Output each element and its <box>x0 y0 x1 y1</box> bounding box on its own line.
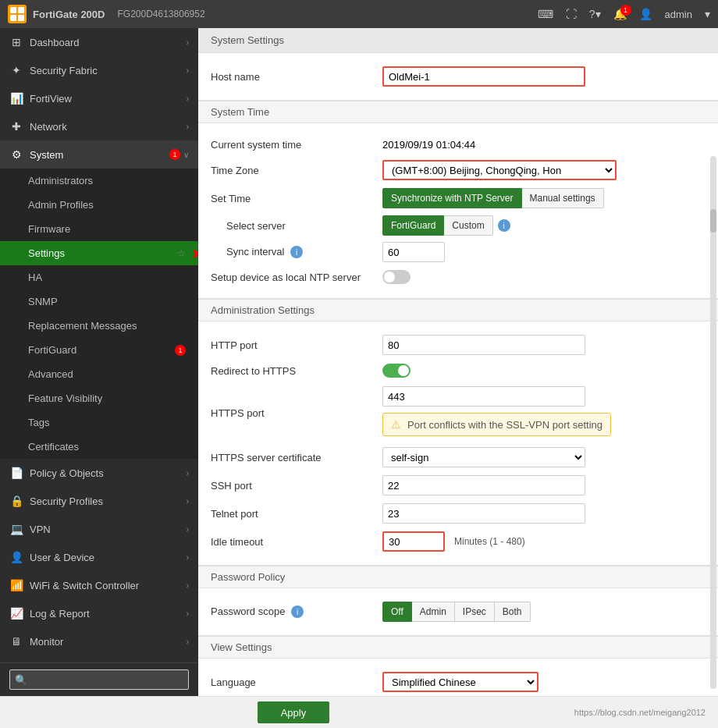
sidebar-item-advanced[interactable]: Advanced <box>0 362 198 386</box>
redirect-toggle-container <box>382 364 706 378</box>
password-policy-section: Password scope i Off Admin IPsec Both <box>198 588 718 636</box>
sidebar-item-firmware[interactable]: Firmware <box>0 217 198 241</box>
footer-link[interactable]: https://blog.csdn.net/meigang2012 <box>574 708 706 717</box>
timezone-select[interactable]: (GMT+8:00) Beijing, ChongQing, Hon <box>382 160 617 180</box>
bell-icon[interactable]: 🔔 1 <box>613 8 627 20</box>
sidebar-item-wifi-switch[interactable]: 📶 WiFi & Switch Controller › <box>0 571 198 599</box>
sidebar-item-label: Log & Report <box>30 608 187 620</box>
server-info-icon[interactable]: i <box>498 219 510 232</box>
fortiguard-button[interactable]: FortiGuard <box>382 215 444 236</box>
sidebar-item-dashboard[interactable]: ⊞ Dashboard › <box>0 28 198 56</box>
admin-chevron[interactable]: ▾ <box>705 8 710 20</box>
scope-ipsec-button[interactable]: IPsec <box>455 602 495 622</box>
ssh-port-input[interactable] <box>382 475 585 495</box>
telnet-port-label: Telnet port <box>211 508 382 520</box>
sidebar-item-system[interactable]: ⚙ System 1 ∨ <box>0 140 198 169</box>
sidebar-item-certificates[interactable]: Certificates <box>0 435 198 459</box>
logo-icon <box>8 5 27 23</box>
content-area: System Settings Host name System Time Cu… <box>198 28 718 696</box>
scope-admin-button[interactable]: Admin <box>412 602 455 622</box>
sidebar-item-label: Admin Profiles <box>28 199 189 211</box>
sidebar-item-policy-objects[interactable]: 📄 Policy & Objects › <box>0 459 198 487</box>
telnet-port-value <box>382 503 706 524</box>
sidebar-item-security-profiles[interactable]: 🔒 Security Profiles › <box>0 487 198 515</box>
sidebar-item-label: Replacement Messages <box>28 320 189 332</box>
terminal-icon[interactable]: ⌨ <box>538 8 553 20</box>
sidebar-item-administrators[interactable]: Administrators <box>0 169 198 193</box>
telnet-port-row: Telnet port <box>211 499 706 527</box>
sidebar-item-log-report[interactable]: 📈 Log & Report › <box>0 599 198 627</box>
sidebar-item-monitor[interactable]: 🖥 Monitor › <box>0 627 198 655</box>
custom-button[interactable]: Custom <box>444 215 492 236</box>
sidebar-item-fortiview[interactable]: 📊 FortiView › <box>0 84 198 112</box>
scrollbar[interactable] <box>710 156 716 689</box>
sidebar-item-label: HA <box>28 272 189 283</box>
sidebar-item-fortiguard[interactable]: FortiGuard 1 <box>0 338 198 362</box>
main-layout: ⊞ Dashboard › ✦ Security Fabric › 📊 Fort… <box>0 28 718 696</box>
hostname-input[interactable] <box>382 66 585 87</box>
current-time-value: 2019/09/19 01:04:44 <box>382 139 706 151</box>
sidebar-item-tags[interactable]: Tags <box>0 410 198 435</box>
chevron-right-icon: › <box>187 66 189 75</box>
current-time-label: Current system time <box>211 139 382 151</box>
apply-button[interactable]: Apply <box>258 701 330 723</box>
scope-off-button[interactable]: Off <box>382 602 412 622</box>
set-time-label: Set Time <box>211 193 382 204</box>
sidebar-item-ha[interactable]: HA <box>0 265 198 289</box>
sidebar-item-label: Settings <box>28 247 177 259</box>
http-port-input[interactable] <box>382 335 585 355</box>
section-title: System Settings <box>211 34 284 46</box>
scope-both-button[interactable]: Both <box>495 602 531 622</box>
scrollbar-thumb <box>710 209 716 233</box>
sync-interval-value <box>382 242 706 262</box>
set-time-row: Set Time Synchronize with NTP Server Man… <box>211 184 706 212</box>
sidebar-item-network[interactable]: ✚ Network › <box>0 112 198 140</box>
scope-btn-group: Off Admin IPsec Both <box>382 602 531 622</box>
https-port-input[interactable] <box>382 386 585 407</box>
ntp-server-toggle-switch[interactable] <box>382 270 411 284</box>
sidebar-item-label: Security Profiles <box>30 495 187 507</box>
sync-info-icon[interactable]: i <box>290 246 303 258</box>
fortiview-icon: 📊 <box>9 92 23 105</box>
chevron-right-icon: › <box>187 94 189 103</box>
https-port-row: HTTPS port ⚠ Port conflicts with the SSL… <box>211 382 706 443</box>
topbar: FortiGate 200D FG200D4613806952 ⌨ ⛶ ?▾ 🔔… <box>0 0 718 28</box>
sidebar-item-admin-profiles[interactable]: Admin Profiles <box>0 193 198 217</box>
sidebar-item-label: Network <box>30 121 187 133</box>
select-server-label: Select server <box>226 220 382 232</box>
sidebar-item-settings[interactable]: Settings ☆ ➤ <box>0 241 198 265</box>
logo[interactable]: FortiGate 200D FG200D4613806952 <box>8 5 205 23</box>
sidebar-item-feature-visibility[interactable]: Feature Visibility <box>0 386 198 410</box>
help-icon[interactable]: ?▾ <box>589 8 601 20</box>
ntp-sync-button[interactable]: Synchronize with NTP Server <box>382 188 522 208</box>
sidebar-item-label: Policy & Objects <box>30 467 187 479</box>
sidebar-item-user-device[interactable]: 👤 User & Device › <box>0 543 198 571</box>
sidebar-item-snmp[interactable]: SNMP <box>0 289 198 314</box>
idle-timeout-value: Minutes (1 - 480) <box>382 531 706 552</box>
sidebar-item-security-fabric[interactable]: ✦ Security Fabric › <box>0 56 198 84</box>
expand-icon[interactable]: ⛶ <box>566 8 577 20</box>
language-select[interactable]: Simplified Chinese <box>382 672 538 692</box>
admin-label[interactable]: admin <box>665 9 692 20</box>
search-input[interactable] <box>9 669 189 690</box>
language-label: Language <box>211 677 382 688</box>
view-settings-title: View Settings <box>211 641 272 653</box>
hostname-value <box>382 66 706 87</box>
redirect-label: Redirect to HTTPS <box>211 365 382 377</box>
section-header-system: System Settings <box>198 28 718 53</box>
current-time-text: 2019/09/19 01:04:44 <box>382 139 475 151</box>
idle-timeout-input[interactable] <box>382 531 445 552</box>
chevron-right-icon: › <box>187 38 189 47</box>
sidebar-item-vpn[interactable]: 💻 VPN › <box>0 515 198 543</box>
scope-info-icon[interactable]: i <box>291 605 304 618</box>
wifi-icon: 📶 <box>9 579 23 591</box>
manual-settings-button[interactable]: Manual settings <box>522 188 604 208</box>
https-cert-select[interactable]: self-sign <box>382 447 585 467</box>
fortiguard-badge: 1 <box>175 345 186 356</box>
chevron-right-icon: › <box>187 553 189 562</box>
redirect-toggle[interactable] <box>382 364 411 378</box>
sync-interval-input[interactable] <box>382 242 445 262</box>
ssh-port-row: SSH port <box>211 471 706 499</box>
sidebar-item-replacement-messages[interactable]: Replacement Messages <box>0 314 198 338</box>
telnet-port-input[interactable] <box>382 503 585 524</box>
